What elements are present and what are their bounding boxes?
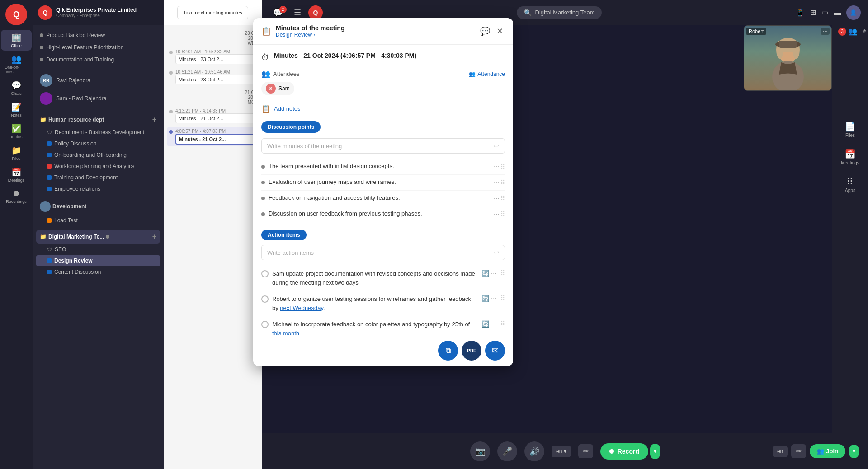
channel-item-seo[interactable]: 🛡 SEO xyxy=(36,244,160,255)
user-avatar-top[interactable]: 👤 xyxy=(846,5,861,20)
dp-more-btn-1[interactable]: ··· xyxy=(494,163,500,171)
channel-item-training[interactable]: Training and Development xyxy=(36,172,160,183)
modal-subtitle[interactable]: Design Review xyxy=(276,32,312,38)
dot-design-review xyxy=(47,258,52,263)
dp-more-btn-2[interactable]: ··· xyxy=(494,178,500,187)
record-btn[interactable]: Record xyxy=(600,443,648,460)
action-link-2[interactable]: next Wednesday xyxy=(280,305,323,311)
discussion-point-4: Discussion on user feedback from previou… xyxy=(261,206,505,222)
device-grid-btn[interactable]: ⊞ xyxy=(810,8,816,17)
record-label: Record xyxy=(618,448,639,455)
action-drag-2[interactable]: ⠿ xyxy=(500,295,505,302)
sync-icon-3[interactable]: 🔄 xyxy=(481,320,489,328)
dp-drag-2[interactable]: ⠿ xyxy=(500,179,505,186)
sync-icon-2[interactable]: 🔄 xyxy=(481,295,489,302)
join-btn[interactable]: 👥 Join xyxy=(810,444,845,458)
pdf-btn[interactable]: PDF xyxy=(462,341,481,361)
dp-drag-1[interactable]: ⠿ xyxy=(500,163,505,170)
tab-discussion-points[interactable]: Discussion points xyxy=(261,121,321,133)
dp-more-btn-3[interactable]: ··· xyxy=(494,194,500,202)
company-logo[interactable]: Q xyxy=(5,4,27,25)
attendees-section: 👥 Attendees 👥 Attendance S Sam xyxy=(261,70,505,95)
discussion-input-area[interactable]: Write minutes of the meeting ↩ xyxy=(261,138,505,154)
share-btn[interactable]: ⎆ xyxy=(863,27,866,34)
channel-item-recruitment[interactable]: 🛡 Recruitment - Business Development xyxy=(36,127,160,138)
en-btn-right[interactable]: en xyxy=(773,446,788,457)
device-screen-btn[interactable]: ▬ xyxy=(834,9,841,17)
right-item-apps[interactable]: ⠿ Apps xyxy=(841,173,859,197)
caption-btn[interactable]: ✏ xyxy=(578,444,593,458)
action-drag-1[interactable]: ⠿ xyxy=(500,269,505,277)
mic-toggle-btn[interactable]: 🎤 xyxy=(497,441,517,461)
section-header-hr[interactable]: 📁 Human resource dept + xyxy=(36,113,160,127)
search-text[interactable]: Digital Marketing Team xyxy=(535,9,595,16)
video-toggle-btn[interactable]: 📷 xyxy=(470,441,490,461)
minutes-timer-icon: ⏱ xyxy=(261,53,269,62)
action-input-area[interactable]: Write action items ↩ xyxy=(261,245,505,260)
section-header-digital[interactable]: 📁 Digital Marketing Te... + xyxy=(36,230,160,244)
people-icon[interactable]: 👥 xyxy=(848,27,857,36)
channel-item-workforce[interactable]: Workforce planning and Analytics xyxy=(36,161,160,172)
channel-item-product-backlog[interactable]: Product Backlog Review xyxy=(34,29,162,41)
right-item-meetings[interactable]: 📅 Meetings xyxy=(837,145,863,169)
menu-btn[interactable]: ☰ xyxy=(294,8,301,18)
modal-chat-btn[interactable]: 💬 xyxy=(478,24,492,38)
channel-item-content[interactable]: Content Discussion xyxy=(36,267,160,277)
timeline-item-2[interactable]: 10:51:21 AM - 10:51:46 AM Minutes - 23 O… xyxy=(167,68,258,86)
contact-sam-ravi[interactable]: Sam - Ravi Rajendra xyxy=(36,89,160,108)
action-more-btn-3[interactable]: ··· xyxy=(491,320,497,328)
sidebar-item-notes[interactable]: 📝 Notes xyxy=(1,99,32,120)
dp-more-btn-4[interactable]: ··· xyxy=(494,210,500,218)
action-checkbox-3[interactable] xyxy=(261,321,269,328)
attendance-link[interactable]: 👥 Attendance xyxy=(469,71,505,77)
timeline-item-3[interactable]: 4:13:21 PM - 4:14:33 PM Minutes - 21 Oct… xyxy=(167,107,258,125)
modal-close-btn[interactable]: ✕ xyxy=(495,24,505,38)
device-layout-btn[interactable]: ▭ xyxy=(821,8,828,17)
sidebar-item-chats[interactable]: 💬 Chats xyxy=(1,78,32,98)
channel-item-feature[interactable]: High-Level Feature Prioritization xyxy=(34,42,162,53)
action-checkbox-1[interactable] xyxy=(261,270,269,277)
channel-item-loadtest[interactable]: Load Test xyxy=(36,215,160,226)
action-checkbox-2[interactable] xyxy=(261,295,269,303)
timeline-item-4[interactable]: 4:06:57 PM - 4:07:03 PM Minutes - 21 Oct… xyxy=(167,127,258,146)
timeline-item-1[interactable]: 10:52:01 AM - 10:52:32 AM Minutes - 23 O… xyxy=(167,47,258,66)
lang-select-btn[interactable]: en ▾ xyxy=(552,446,571,457)
sidebar-item-meetings[interactable]: 📅 Meetings xyxy=(1,164,32,185)
take-next-minutes-btn[interactable]: Take next meeting minutes xyxy=(177,6,248,19)
sidebar-item-files[interactable]: 📁 Files xyxy=(1,143,32,164)
qik-logo-btn[interactable]: Q xyxy=(308,5,323,20)
sidebar-item-todos[interactable]: ✅ To-dos xyxy=(1,121,32,142)
add-notes-btn[interactable]: 📋 Add notes xyxy=(261,102,505,116)
email-btn[interactable]: ✉ xyxy=(485,341,505,361)
action-more-btn-2[interactable]: ··· xyxy=(491,295,497,303)
timeline-title-2: Minutes - 23 Oct 2... xyxy=(175,75,256,84)
contact-ravi[interactable]: RR Ravi Rajendra xyxy=(36,71,160,89)
right-item-files[interactable]: 📄 Files xyxy=(841,117,859,141)
share-screen-btn[interactable]: 🔊 xyxy=(524,441,544,461)
action-link-3[interactable]: this month xyxy=(272,330,299,335)
channel-item-doc-training[interactable]: Documentation and Training xyxy=(34,54,162,66)
dp-drag-3[interactable]: ⠿ xyxy=(500,195,505,202)
sidebar-item-one-on-ones[interactable]: 👥 One-on-ones xyxy=(1,52,32,77)
device-tablet-btn[interactable]: 📱 xyxy=(796,8,805,17)
sidebar-item-recordings[interactable]: ⏺ Recordings xyxy=(1,186,32,206)
action-drag-3[interactable]: ⠿ xyxy=(500,320,505,327)
channel-item-policy[interactable]: Policy Discussion xyxy=(36,138,160,149)
caption-right-btn[interactable]: ✏ xyxy=(791,444,806,458)
add-digital-icon[interactable]: + xyxy=(152,233,156,241)
sidebar-item-office[interactable]: 🏢 Office xyxy=(1,30,32,51)
add-hr-icon[interactable]: + xyxy=(152,116,156,124)
record-dropdown-btn[interactable]: ▾ xyxy=(650,444,660,459)
channel-item-design-review[interactable]: Design Review xyxy=(36,255,160,266)
modal-title: Minutes of the meeting xyxy=(276,24,344,32)
channel-item-employee[interactable]: Employee relations xyxy=(36,183,160,194)
copy-btn[interactable]: ⧉ xyxy=(438,341,458,361)
section-header-dev[interactable]: Development xyxy=(36,198,160,215)
join-more-btn[interactable]: ▾ xyxy=(849,445,859,458)
channel-item-onboarding[interactable]: On-boarding and Off-boarding xyxy=(36,150,160,160)
sync-icon-1[interactable]: 🔄 xyxy=(481,270,489,277)
dot-content xyxy=(47,270,52,274)
dp-drag-4[interactable]: ⠿ xyxy=(500,211,505,218)
participant-more-btn[interactable]: ··· xyxy=(821,28,830,35)
action-more-btn-1[interactable]: ··· xyxy=(491,269,497,277)
